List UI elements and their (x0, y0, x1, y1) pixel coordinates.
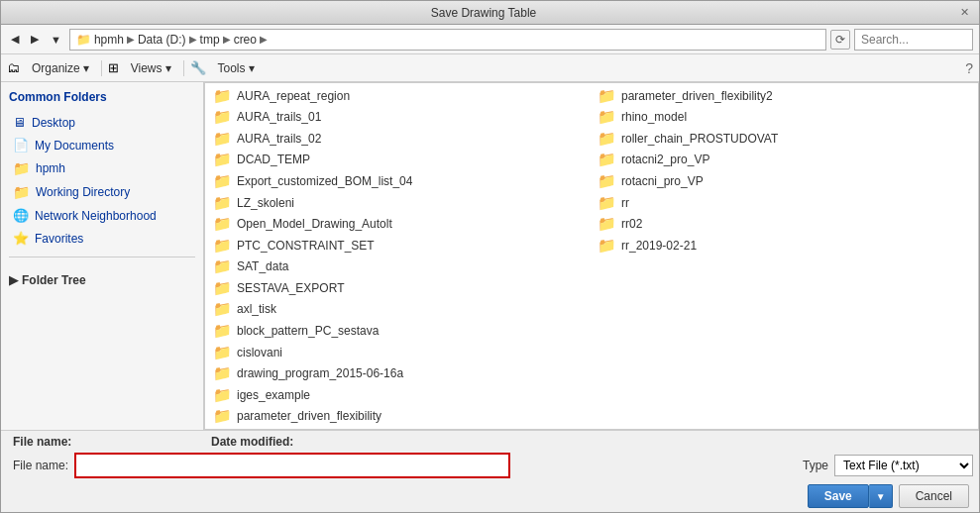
close-button[interactable]: ✕ (958, 6, 971, 19)
sidebar-folder-tree[interactable]: ▶ Folder Tree (5, 269, 199, 291)
sidebar-item-desktop[interactable]: 🖥 Desktop (5, 112, 199, 133)
file-name: axl_tisk (237, 302, 276, 316)
list-item[interactable]: 📁 SAT_data (207, 256, 592, 278)
forward-button[interactable]: ▶ (27, 31, 43, 48)
file-name: rotacni2_pro_VP (621, 153, 709, 166)
list-item[interactable]: 📁 parameter_driven_flexibility (207, 405, 592, 427)
toolbar-separator-2 (183, 60, 184, 76)
dialog-title: Save Drawing Table (9, 6, 958, 20)
list-item[interactable]: 📁 rotacni_pro_VP (592, 170, 976, 192)
sidebar-item-favorites[interactable]: ⭐ Favorites (5, 228, 199, 249)
sidebar-item-label-desktop: Desktop (32, 116, 75, 130)
views-icon: ⊞ (108, 60, 119, 75)
list-item[interactable]: 📁 rotacni2_pro_VP (592, 150, 976, 171)
folder-icon: 📁 (598, 151, 616, 168)
folder-icon: 📁 (213, 151, 232, 168)
back-button[interactable]: ◀ (7, 31, 23, 48)
filename-input[interactable] (74, 453, 510, 478)
address-path[interactable]: 📁 hpmh ▶ Data (D:) ▶ tmp ▶ creo ▶ (69, 29, 826, 51)
list-item[interactable]: 📁 parameter_driven_flexibility2 (592, 85, 976, 107)
list-item[interactable]: 📁 rr (592, 192, 976, 214)
views-button[interactable]: Views ▾ (125, 59, 177, 77)
folder-icon: 📁 (598, 215, 616, 233)
list-item[interactable]: 📁 cislovani (207, 342, 592, 363)
tools-button[interactable]: Tools ▾ (212, 59, 261, 77)
file-list: 📁 AURA_repeat_region 📁 parameter_driven_… (204, 82, 979, 430)
file-name: SESTAVA_EXPORT (237, 281, 344, 295)
folder-icon: 📁 (598, 130, 616, 148)
folder-tree-arrow: ▶ (9, 273, 18, 287)
file-name: LZ_skoleni (237, 196, 294, 210)
list-item (592, 320, 976, 342)
sidebar-item-network[interactable]: 🌐 Network Neighborhood (5, 205, 199, 226)
path-segment-1: hpmh (94, 33, 124, 47)
folder-icon: 📁 (213, 386, 232, 404)
type-label: Type (803, 459, 828, 472)
tools-arrow: ▾ (249, 61, 255, 75)
path-arrow-4: ▶ (260, 34, 268, 45)
dialog: Save Drawing Table ✕ ◀ ▶ ▼ 📁 hpmh ▶ Data… (0, 0, 980, 513)
list-item[interactable]: 📁 rhino_model (592, 107, 976, 129)
folder-icon: 📁 (213, 215, 232, 233)
file-name: cislovani (237, 346, 282, 359)
path-segment-3: tmp (200, 33, 220, 47)
save-button[interactable]: Save (808, 484, 869, 508)
help-icon[interactable]: ? (965, 60, 973, 76)
type-select[interactable]: Text File (*.txt) All Files (*.*) (834, 455, 973, 476)
sidebar-divider (9, 256, 195, 257)
file-name: drawing_program_2015-06-16a (237, 366, 403, 380)
list-item[interactable]: 📁 roller_chain_PROSTUDOVAT (592, 128, 976, 150)
list-item[interactable]: 📁 LZ_skoleni (207, 192, 592, 214)
folder-icon: 📁 (213, 172, 232, 190)
path-folder-icon: 📁 (76, 33, 91, 47)
folder-icon: 📁 (213, 257, 232, 275)
sidebar-item-hpmh[interactable]: 📁 hpmh (5, 157, 199, 179)
sidebar-item-label-hpmh: hpmh (36, 161, 65, 175)
list-item[interactable]: 📁 SESTAVA_EXPORT (207, 277, 592, 299)
sidebar-item-label-favorites: Favorites (35, 232, 83, 246)
file-name: Open_Model_Drawing_Autolt (237, 217, 392, 231)
organize-button[interactable]: Organize ▾ (26, 59, 95, 77)
sidebar-item-workingdir[interactable]: 📁 Working Directory (5, 181, 199, 203)
folder-icon: 📁 (213, 407, 232, 425)
sidebar-item-mydocs[interactable]: 📄 My Documents (5, 135, 199, 155)
list-item[interactable]: 📁 AURA_trails_02 (207, 128, 592, 150)
list-item[interactable]: 📁 block_pattern_PC_sestava (207, 320, 592, 342)
path-segment-4: creo (234, 33, 257, 47)
list-item[interactable]: 📁 rr02 (592, 213, 976, 235)
list-item[interactable]: 📁 PTC_CONSTRAINT_SET (207, 235, 592, 256)
list-item[interactable]: 📁 AURA_trails_01 (207, 107, 592, 129)
organize-icon: 🗂 (7, 60, 20, 75)
sidebar-item-label-workingdir: Working Directory (36, 185, 130, 199)
list-item[interactable]: 📁 drawing_program_2015-06-16a (207, 362, 592, 384)
label-datemod: Date modified: (211, 435, 293, 449)
list-item[interactable]: 📁 Export_customized_BOM_list_04 (207, 170, 592, 192)
refresh-button[interactable]: ⟳ (830, 30, 850, 50)
folder-icon: 📁 (598, 108, 616, 126)
folder-tree-label: Folder Tree (22, 273, 86, 287)
list-item[interactable]: 📁 axl_tisk (207, 299, 592, 321)
file-name: PTC_CONSTRAINT_SET (237, 239, 375, 253)
mydocs-icon: 📄 (13, 138, 29, 153)
file-name: roller_chain_PROSTUDOVAT (621, 132, 778, 146)
list-item[interactable]: 📁 AURA_repeat_region (207, 85, 592, 107)
toolbar-separator-1 (101, 60, 102, 76)
cancel-button[interactable]: Cancel (899, 484, 969, 508)
folder-icon: 📁 (598, 237, 616, 255)
list-item[interactable]: 📁 Open_Model_Drawing_Autolt (207, 213, 592, 235)
sidebar-item-label-network: Network Neighborhood (35, 209, 157, 223)
folder-icon: 📁 (213, 322, 232, 340)
sidebar: Common Folders 🖥 Desktop 📄 My Documents … (1, 82, 204, 430)
list-item[interactable]: 📁 iges_example (207, 384, 592, 406)
file-name: DCAD_TEMP (237, 153, 310, 166)
save-dropdown-button[interactable]: ▼ (869, 484, 893, 508)
file-name: rr_2019-02-21 (621, 239, 697, 253)
search-input[interactable] (854, 29, 973, 51)
folder-icon: 📁 (598, 194, 616, 212)
list-item[interactable]: 📁 rr_2019-02-21 (592, 235, 976, 256)
dropdown-button[interactable]: ▼ (47, 32, 65, 48)
folder-icon: 📁 (213, 237, 232, 255)
organize-label: Organize (32, 61, 80, 75)
list-item[interactable]: 📁 DCAD_TEMP (207, 150, 592, 171)
path-arrow-3: ▶ (223, 34, 231, 45)
